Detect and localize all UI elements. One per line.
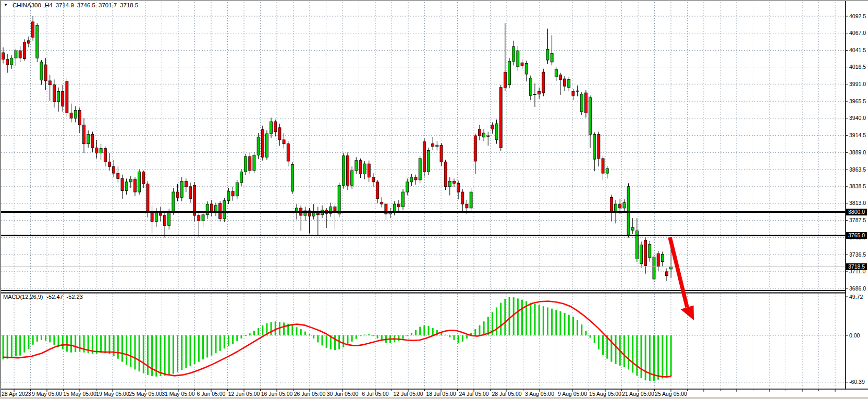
svg-text:3838.5: 3838.5 [849,183,866,189]
title-high-value: 3746.5 [77,2,95,8]
svg-text:4067.0: 4067.0 [849,30,866,36]
svg-text:4092.5: 4092.5 [849,13,866,19]
svg-text:3765.0: 3765.0 [848,232,865,238]
svg-text:4041.5: 4041.5 [849,47,866,53]
svg-text:31 May 05:00: 31 May 05:00 [162,391,195,397]
svg-text:12 Jun 05:00: 12 Jun 05:00 [228,391,260,397]
chart-title: ▼ CHINA300-,H4 3714.9 3746.5 3701.7 3718… [4,2,138,8]
svg-text:3800.0: 3800.0 [848,209,865,215]
title-open-value: 3714.9 [56,2,74,8]
svg-text:18 Jul 05:00: 18 Jul 05:00 [426,391,456,397]
svg-text:6 Jul 05:00: 6 Jul 05:00 [362,391,389,397]
macd-main-value: -52.47 [46,294,63,300]
svg-text:3686.0: 3686.0 [849,285,866,292]
svg-text:4016.5: 4016.5 [849,64,866,70]
svg-text:15 Aug 05:00: 15 Aug 05:00 [589,391,621,397]
title-close-value: 3718.5 [120,2,138,8]
title-low-value: 3701.7 [99,2,117,8]
svg-text:12 Jul 05:00: 12 Jul 05:00 [393,391,423,397]
svg-text:3 Aug 05:00: 3 Aug 05:00 [525,391,554,397]
svg-text:3736.5: 3736.5 [849,251,866,258]
svg-text:26 Jun 05:00: 26 Jun 05:00 [294,391,326,397]
svg-text:6 Jun 05:00: 6 Jun 05:00 [197,391,226,397]
svg-text:15 May 05:00: 15 May 05:00 [63,391,96,397]
mt4-chart-window: 4092.54067.04041.54016.53991.03965.53940… [0,0,868,399]
svg-text:19 May 05:00: 19 May 05:00 [96,391,129,397]
svg-text:9 Aug 05:00: 9 Aug 05:00 [558,391,587,397]
svg-text:3718.5: 3718.5 [848,263,865,270]
svg-text:28 Apr 2023: 28 Apr 2023 [2,391,31,397]
svg-text:-60.39: -60.39 [849,379,865,385]
svg-text:16 Jun 05:00: 16 Jun 05:00 [261,391,293,397]
macd-signal-value: -52.23 [67,294,83,300]
svg-text:9 May 05:00: 9 May 05:00 [32,391,62,397]
svg-text:25 May 05:00: 25 May 05:00 [129,391,162,397]
symbol-period-label: CHINA300-,H4 [13,2,53,8]
svg-text:0.00: 0.00 [849,332,860,338]
collapse-triangle-icon[interactable]: ▼ [4,3,8,7]
svg-text:30 Jun 05:00: 30 Jun 05:00 [327,391,359,397]
svg-text:3965.5: 3965.5 [849,98,866,104]
svg-text:3813.0: 3813.0 [849,200,866,206]
svg-text:49.72: 49.72 [849,294,863,300]
svg-text:3940.0: 3940.0 [849,115,866,121]
svg-text:3889.0: 3889.0 [849,149,866,155]
svg-text:25 Aug 05:00: 25 Aug 05:00 [655,391,687,397]
svg-text:3914.5: 3914.5 [849,132,866,138]
svg-text:28 Jul 05:00: 28 Jul 05:00 [492,391,521,397]
svg-text:24 Jul 05:00: 24 Jul 05:00 [459,391,488,397]
svg-text:3991.0: 3991.0 [849,81,866,87]
svg-text:3787.5: 3787.5 [849,217,866,223]
svg-text:21 Aug 05:00: 21 Aug 05:00 [622,391,654,397]
chart-canvas[interactable]: 4092.54067.04041.54016.53991.03965.53940… [0,0,868,399]
macd-indicator-label: MACD(12,26,9) -52.47 -52.23 [3,294,83,300]
macd-name: MACD(12,26,9) [3,294,43,300]
svg-text:3863.5: 3863.5 [849,166,866,173]
